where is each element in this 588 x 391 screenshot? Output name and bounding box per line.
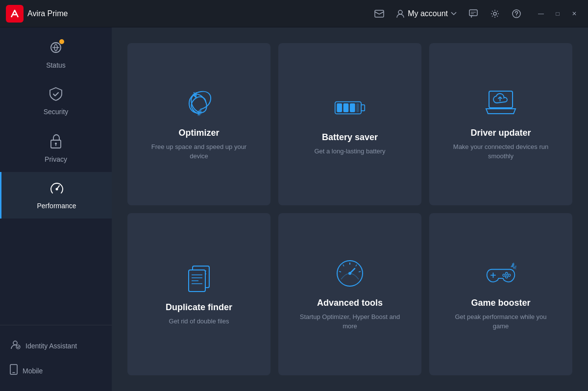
status-label: Status	[46, 61, 66, 69]
app-title: Avira Prime	[27, 9, 68, 18]
security-icon	[49, 87, 63, 105]
svg-point-48	[506, 276, 508, 278]
window-controls: — □ ✕	[533, 6, 582, 22]
game-icon	[485, 258, 516, 289]
cards-grid: Optimizer Free up space and speed up you…	[127, 43, 572, 375]
driver-card[interactable]: Driver updater Make your connected devic…	[429, 43, 572, 205]
svg-point-46	[508, 274, 511, 276]
sidebar-item-status[interactable]: Status	[0, 31, 112, 78]
svg-rect-0	[375, 10, 384, 17]
app-logo: Avira Prime	[6, 5, 68, 23]
svg-line-38	[359, 271, 361, 272]
mobile-label: Mobile	[23, 367, 43, 375]
minimize-button[interactable]: —	[533, 6, 549, 22]
battery-icon	[334, 92, 366, 123]
security-label: Security	[44, 108, 69, 116]
notification-dot	[59, 39, 64, 44]
status-icon	[49, 40, 63, 58]
main-layout: Status Security	[0, 27, 588, 391]
svg-rect-19	[361, 105, 365, 111]
performance-label: Performance	[37, 202, 76, 210]
privacy-icon	[49, 133, 62, 152]
svg-rect-2	[469, 10, 477, 16]
titlebar-right: My account —	[370, 5, 582, 23]
optimizer-desc: Free up space and speed up your device	[145, 142, 253, 161]
svg-rect-22	[350, 103, 355, 112]
svg-line-39	[343, 265, 344, 267]
svg-point-12	[55, 188, 58, 191]
optimizer-icon	[183, 88, 215, 119]
driver-desc: Make your connected devices run smoothly	[447, 142, 555, 161]
svg-point-14	[16, 345, 20, 349]
optimizer-title: Optimizer	[178, 128, 219, 138]
driver-icon	[485, 88, 516, 119]
settings-button[interactable]	[486, 5, 504, 23]
battery-desc: Get a long-lasting battery	[314, 147, 385, 156]
game-title: Game booster	[471, 298, 530, 308]
duplicate-card[interactable]: Duplicate finder Get rid of double files	[127, 213, 270, 375]
titlebar: Avira Prime My account	[0, 0, 588, 27]
game-desc: Get peak performance while you game	[447, 312, 555, 331]
maximize-button[interactable]: □	[550, 6, 565, 22]
svg-point-3	[493, 12, 496, 15]
sidebar-bottom: Identity Assistant Mobile	[0, 325, 112, 391]
battery-card[interactable]: Battery saver Get a long-lasting battery	[278, 43, 421, 205]
identity-label: Identity Assistant	[25, 342, 77, 350]
chat-button[interactable]	[465, 5, 482, 23]
mobile-icon	[10, 364, 18, 377]
advanced-title: Advanced tools	[317, 298, 383, 308]
privacy-label: Privacy	[45, 155, 67, 163]
advanced-icon	[334, 258, 366, 289]
sidebar: Status Security	[0, 27, 112, 391]
identity-icon	[10, 339, 21, 352]
avira-logo-icon	[6, 5, 24, 23]
content-area: Optimizer Free up space and speed up you…	[112, 27, 588, 391]
my-account-label: My account	[408, 9, 448, 18]
svg-line-37	[356, 265, 357, 267]
svg-line-40	[339, 271, 341, 272]
close-button[interactable]: ✕	[566, 6, 582, 22]
driver-title: Driver updater	[470, 128, 531, 138]
svg-point-5	[516, 15, 517, 16]
duplicate-icon	[183, 262, 215, 293]
sidebar-item-mobile[interactable]: Mobile	[0, 358, 112, 383]
advanced-card[interactable]: Advanced tools Startup Optimizer, Hyper …	[278, 213, 421, 375]
svg-point-47	[503, 274, 505, 276]
svg-point-13	[13, 341, 17, 345]
help-button[interactable]	[508, 5, 525, 23]
optimizer-card[interactable]: Optimizer Free up space and speed up you…	[127, 43, 270, 205]
advanced-desc: Startup Optimizer, Hyper Boost and more	[296, 312, 404, 331]
sidebar-item-identity[interactable]: Identity Assistant	[0, 333, 112, 358]
svg-rect-21	[343, 103, 349, 112]
sidebar-item-security[interactable]: Security	[0, 78, 112, 124]
duplicate-desc: Get rid of double files	[169, 317, 229, 326]
svg-point-1	[398, 10, 402, 14]
game-card[interactable]: Game booster Get peak performance while …	[429, 213, 572, 375]
svg-rect-23	[356, 103, 359, 112]
svg-rect-20	[337, 103, 342, 112]
battery-title: Battery saver	[322, 132, 378, 143]
performance-icon	[49, 181, 64, 199]
my-account-button[interactable]: My account	[392, 7, 461, 20]
mail-button[interactable]	[370, 5, 388, 23]
sidebar-item-privacy[interactable]: Privacy	[0, 124, 112, 172]
svg-point-45	[506, 272, 508, 274]
sidebar-nav: Status Security	[0, 27, 112, 325]
duplicate-title: Duplicate finder	[166, 302, 232, 313]
sidebar-item-performance[interactable]: Performance	[0, 172, 112, 219]
svg-point-9	[55, 143, 57, 145]
